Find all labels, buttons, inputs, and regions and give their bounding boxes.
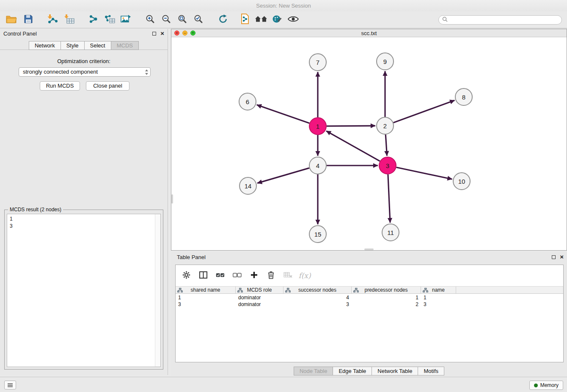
graph-node-14[interactable]: 14 [239, 177, 256, 194]
graph-node-6[interactable]: 6 [239, 93, 256, 110]
search-input[interactable] [450, 17, 558, 23]
table-cell[interactable]: 1 [352, 294, 421, 301]
close-panel-icon[interactable]: × [560, 254, 564, 259]
table-cell[interactable]: 3 [421, 301, 456, 308]
graph-node-8[interactable]: 8 [455, 88, 472, 105]
graph-node-2[interactable]: 2 [377, 117, 394, 134]
export-image-button[interactable] [119, 14, 132, 26]
svg-text:10: 10 [458, 178, 465, 185]
graph-edge-4-14[interactable] [257, 168, 309, 183]
graph-edge-2-3[interactable] [385, 135, 387, 156]
table-header-row: shared nameMCDS rolesuccessor nodesprede… [176, 286, 563, 294]
status-bar: Memory [0, 377, 567, 392]
network-document-icon [240, 14, 250, 26]
mcds-result-list: 13 [7, 214, 161, 367]
svg-text:8: 8 [462, 94, 465, 101]
select-all-columns-button[interactable] [215, 270, 226, 281]
graph-node-11[interactable]: 11 [382, 224, 399, 241]
memory-button[interactable]: Memory [529, 381, 563, 390]
show-graphics-details-button[interactable] [287, 14, 300, 26]
svg-text:3: 3 [386, 162, 389, 169]
graph-node-7[interactable]: 7 [309, 54, 326, 71]
column-header-successor-nodes[interactable]: successor nodes [284, 287, 352, 293]
table-cell[interactable]: 3 [284, 301, 352, 308]
close-panel-button[interactable]: Close panel [86, 81, 129, 91]
svg-text:2: 2 [383, 122, 387, 130]
first-neighbors-button[interactable] [255, 14, 267, 26]
graph-node-10[interactable]: 10 [453, 173, 470, 190]
tab-select[interactable]: Select [84, 41, 111, 50]
graph-edge-3-1[interactable] [326, 131, 380, 161]
save-session-button[interactable] [22, 14, 35, 26]
open-session-button[interactable] [5, 14, 18, 26]
criterion-dropdown[interactable]: strongly connected component [19, 67, 151, 77]
zoom-selected-button[interactable] [192, 14, 205, 26]
zoom-window-button[interactable]: + [190, 30, 195, 36]
column-header-predecessor-nodes[interactable]: predecessor nodes [352, 287, 421, 293]
tab-network-table[interactable]: Network Table [372, 367, 418, 375]
import-network-button[interactable] [46, 14, 58, 26]
create-column-button[interactable] [248, 270, 259, 281]
tab-node-table[interactable]: Node Table [294, 367, 333, 375]
table-cell[interactable]: 2 [352, 301, 421, 308]
table-row[interactable]: 3dominator323 [176, 301, 563, 308]
tab-motifs[interactable]: Motifs [418, 367, 444, 375]
unselect-all-columns-button[interactable] [231, 270, 242, 281]
tab-edge-table[interactable]: Edge Table [333, 367, 372, 375]
graph-node-15[interactable]: 15 [309, 226, 326, 243]
float-panel-icon[interactable] [152, 32, 156, 36]
zoom-in-button[interactable] [144, 14, 157, 26]
delete-column-button[interactable] [265, 270, 276, 281]
zoom-fit-button[interactable] [176, 14, 189, 26]
tab-network[interactable]: Network [29, 41, 61, 50]
table-cell[interactable]: 1 [421, 294, 456, 301]
close-panel-icon[interactable]: × [160, 31, 164, 36]
minimize-window-button[interactable]: – [182, 30, 187, 36]
scrollbar[interactable] [155, 214, 160, 367]
graph-edge-1-6[interactable] [257, 105, 310, 124]
column-header-name[interactable]: name [421, 287, 456, 293]
table-cell[interactable]: 1 [176, 294, 236, 301]
network-table-button[interactable] [103, 14, 116, 26]
network-share-icon [89, 14, 98, 25]
graph-edge-3-11[interactable] [388, 174, 390, 223]
graph-edge-3-10[interactable] [396, 167, 452, 179]
zoom-out-button[interactable] [160, 14, 173, 26]
graph-node-4[interactable]: 4 [309, 157, 326, 174]
import-table-icon [64, 14, 74, 26]
graph-node-9[interactable]: 9 [377, 53, 394, 70]
graph-node-1[interactable]: 1 [309, 118, 326, 135]
tab-mcds[interactable]: MCDS [111, 41, 139, 50]
graph-edge-2-8[interactable] [394, 100, 455, 123]
dropdown-stepper-icon [145, 69, 149, 77]
column-header-mcds-role[interactable]: MCDS role [236, 287, 284, 293]
network-share-button[interactable] [87, 14, 100, 26]
graph-edge-1-2[interactable] [327, 126, 375, 126]
delete-table-icon [284, 272, 292, 280]
apply-style-button[interactable] [271, 14, 284, 26]
table-cell[interactable]: dominator [236, 294, 284, 301]
splitter-handle-horizontal[interactable] [364, 248, 374, 250]
run-mcds-button[interactable]: Run MCDS [40, 81, 80, 91]
show-columns-button[interactable] [198, 270, 209, 281]
tab-style[interactable]: Style [61, 41, 85, 50]
close-window-button[interactable]: × [174, 30, 179, 36]
refresh-button[interactable] [217, 14, 229, 26]
float-panel-icon[interactable] [552, 255, 556, 259]
control-panel-tabs: NetworkStyleSelectMCDS [0, 41, 168, 50]
table-settings-button[interactable] [181, 270, 192, 281]
graph-node-3[interactable]: 3 [379, 157, 396, 174]
zoom-selected-icon [194, 14, 203, 25]
network-canvas[interactable]: 7968124314101511 [171, 37, 567, 250]
import-table-button[interactable] [63, 14, 75, 26]
table-cell[interactable]: 3 [176, 301, 236, 308]
column-header-shared-name[interactable]: shared name [176, 287, 236, 293]
trash-icon [267, 271, 275, 281]
search-box[interactable] [438, 15, 562, 25]
new-network-from-selection-button[interactable] [239, 14, 251, 26]
splitter-handle-vertical[interactable] [171, 194, 173, 204]
task-history-button[interactable] [4, 381, 16, 389]
table-cell[interactable]: 4 [284, 294, 352, 301]
table-row[interactable]: 1dominator411 [176, 294, 563, 301]
table-cell[interactable]: dominator [236, 301, 284, 308]
